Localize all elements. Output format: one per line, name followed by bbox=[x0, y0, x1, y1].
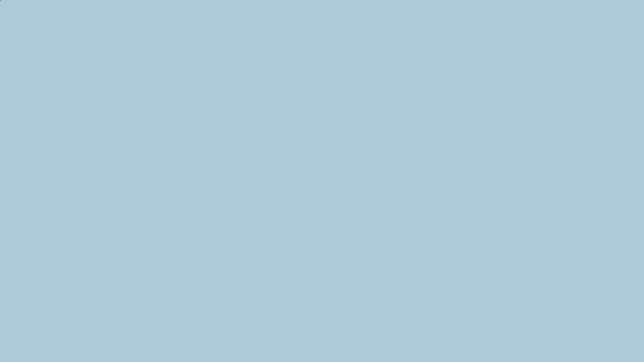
desktop: bwrb — * Claude Code — claude --dangerou… bbox=[0, 0, 644, 362]
zed-editor-window[interactable]: bwrb main bwrbdocsdocs-site.astronode_mo… bbox=[0, 0, 1, 1]
